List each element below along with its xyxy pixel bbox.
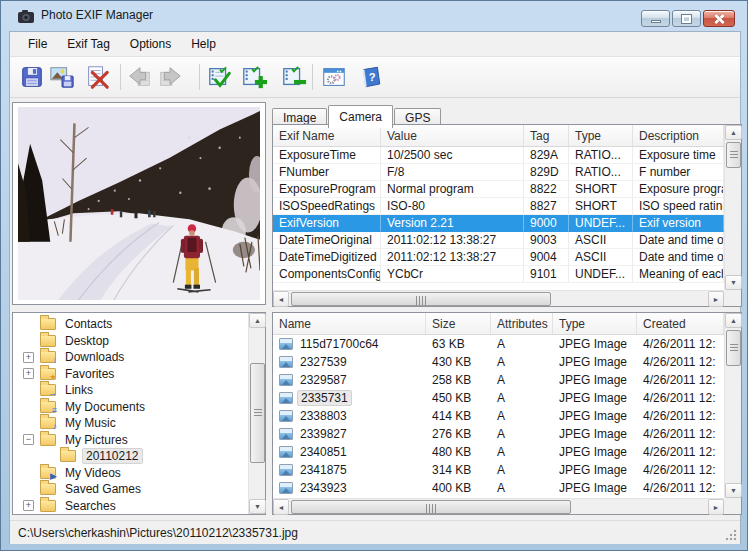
file-row-2343923[interactable]: 2343923 400 KB A JPEG Image 4/26/2011 12… (273, 479, 724, 497)
tree-item-my-documents[interactable]: ≡ My Documents (13, 399, 248, 416)
title-bar[interactable]: Photo EXIF Manager (1, 1, 748, 31)
file-column-size[interactable]: Size (426, 313, 491, 334)
file-vscroll-thumb[interactable] (726, 330, 741, 366)
tree-vertical-scrollbar[interactable]: ▲ ▼ (248, 313, 265, 514)
scroll-down-arrow[interactable]: ▼ (249, 499, 266, 514)
close-button[interactable] (703, 10, 735, 27)
file-row-2338803[interactable]: 2338803 414 KB A JPEG Image 4/26/2011 12… (273, 407, 724, 425)
exif-column-description[interactable]: Description (633, 125, 724, 146)
scroll-right-arrow[interactable]: ► (708, 291, 724, 307)
next-file-button[interactable] (155, 62, 185, 92)
file-column-type[interactable]: Type (553, 313, 637, 334)
tree-item-links[interactable]: → Links (13, 382, 248, 399)
check-tags-button[interactable] (205, 62, 235, 92)
expand-plus-icon[interactable]: + (23, 352, 34, 363)
file-row-2329587[interactable]: 2329587 258 KB A JPEG Image 4/26/2011 12… (273, 371, 724, 389)
tree-item-contacts[interactable]: Contacts (13, 316, 248, 333)
scroll-right-arrow[interactable]: ► (708, 499, 724, 515)
exif-row-datetimeoriginal[interactable]: DateTimeOriginal 2011:02:12 13:38:27 900… (273, 232, 724, 249)
tree-item-my-pictures[interactable]: − My Pictures (13, 432, 248, 449)
exif-row-exposuretime[interactable]: ExposureTime 10/2500 sec 829A RATIO... E… (273, 147, 724, 164)
exif-column-type[interactable]: Type (569, 125, 633, 146)
exif-row-exposureprogram[interactable]: ExposureProgram Normal program 8822 SHOR… (273, 181, 724, 198)
scroll-down-arrow[interactable]: ▼ (725, 483, 742, 498)
winter-ski-photo (18, 107, 260, 300)
file-horizontal-scrollbar[interactable]: ◄ ► (273, 498, 724, 514)
exif-row-componentsconfig[interactable]: ComponentsConfig... YCbCr 9101 UNDEF... … (273, 266, 724, 283)
photo-preview[interactable] (18, 107, 260, 300)
help-button[interactable]: ? (355, 62, 385, 92)
tree-item-my-music[interactable]: ♪ My Music (13, 415, 248, 432)
exif-row-exifversion[interactable]: ExifVersion Version 2.21 9000 UNDEF... E… (273, 215, 724, 232)
exif-horizontal-scrollbar[interactable]: ◄ ► (273, 290, 724, 306)
save-image-button[interactable] (47, 62, 77, 92)
file-vertical-scrollbar[interactable]: ▲ ▼ (724, 313, 741, 498)
music-folder-icon: ♪ (40, 417, 56, 429)
scroll-down-arrow[interactable]: ▼ (725, 275, 742, 290)
expand-spacer (23, 319, 34, 330)
menu-item-options[interactable]: Options (120, 33, 181, 55)
delete-exif-button[interactable] (82, 62, 112, 92)
scroll-up-arrow[interactable]: ▲ (725, 125, 742, 140)
exif-column-tag[interactable]: Tag (524, 125, 569, 146)
tree-item-searches[interactable]: + Searches (13, 498, 248, 515)
exif-row-datetimedigitized[interactable]: DateTimeDigitized 2011:02:12 13:38:27 90… (273, 249, 724, 266)
tree-item-20110212[interactable]: 20110212 (13, 448, 248, 465)
maximize-button[interactable] (672, 10, 701, 27)
menu-item-file[interactable]: File (18, 33, 57, 55)
tree-item-downloads[interactable]: + ↓ Downloads (13, 349, 248, 366)
add-tag-button[interactable] (239, 62, 269, 92)
scrollbar-corner (724, 290, 741, 306)
file-column-created[interactable]: Created (637, 313, 724, 334)
scroll-up-arrow[interactable]: ▲ (249, 313, 266, 328)
exif-name-cell: ExposureProgram (273, 181, 381, 198)
file-name-cell: 2338803 (273, 409, 426, 423)
file-row-115d71700c64[interactable]: 115d71700c64 63 KB A JPEG Image 4/26/201… (273, 335, 724, 353)
file-name-label: 2327539 (297, 355, 350, 369)
exif-vscroll-thumb[interactable] (726, 142, 741, 168)
exif-column-exif-name[interactable]: Exif Name (273, 125, 381, 146)
tree-item-my-videos[interactable]: ▶ My Videos (13, 465, 248, 482)
expand-plus-icon[interactable]: + (23, 368, 34, 379)
file-row-2340851[interactable]: 2340851 480 KB A JPEG Image 4/26/2011 12… (273, 443, 724, 461)
file-column-name[interactable]: Name (273, 313, 426, 334)
minimize-icon (651, 20, 661, 23)
options-button[interactable] (319, 62, 349, 92)
expand-plus-icon[interactable]: + (23, 500, 34, 511)
exif-hscroll-thumb[interactable] (291, 292, 551, 306)
file-attributes-cell: A (491, 355, 553, 369)
tree-item-saved-games[interactable]: Saved Games (13, 481, 248, 498)
exif-tag-cell: 8822 (524, 181, 569, 198)
scroll-up-arrow[interactable]: ▲ (725, 313, 742, 328)
menu-item-exif-tag[interactable]: Exif Tag (57, 33, 119, 55)
tree-item-desktop[interactable]: Desktop (13, 333, 248, 350)
file-row-2335731[interactable]: 2335731 450 KB A JPEG Image 4/26/2011 12… (273, 389, 724, 407)
previous-file-button[interactable] (125, 62, 155, 92)
tree-item-favorites[interactable]: + ★ Favorites (13, 366, 248, 383)
remove-tag-button[interactable] (279, 62, 309, 92)
exif-column-value[interactable]: Value (381, 125, 524, 146)
file-attributes-cell: A (491, 409, 553, 423)
scroll-left-arrow[interactable]: ◄ (273, 499, 289, 515)
save-exif-button[interactable] (17, 62, 47, 92)
exif-row-fnumber[interactable]: FNumber F/8 829D RATIO... F number (273, 164, 724, 181)
tab-camera[interactable]: Camera (328, 105, 393, 128)
file-row-2341875[interactable]: 2341875 314 KB A JPEG Image 4/26/2011 12… (273, 461, 724, 479)
file-row-2327539[interactable]: 2327539 430 KB A JPEG Image 4/26/2011 12… (273, 353, 724, 371)
picture-floppy-icon (49, 64, 75, 90)
resize-grip-icon[interactable] (725, 529, 737, 541)
file-hscroll-thumb[interactable] (291, 500, 571, 514)
menu-item-help[interactable]: Help (181, 33, 226, 55)
file-row-2339827[interactable]: 2339827 276 KB A JPEG Image 4/26/2011 12… (273, 425, 724, 443)
collapse-minus-icon[interactable]: − (23, 434, 34, 445)
tree-vscroll-thumb[interactable] (250, 363, 265, 463)
file-created-cell: 4/26/2011 12: (637, 463, 724, 477)
scroll-left-arrow[interactable]: ◄ (273, 291, 289, 307)
minimize-button[interactable] (641, 10, 670, 27)
exif-vertical-scrollbar[interactable]: ▲ ▼ (724, 125, 741, 290)
file-name-cell: 2340851 (273, 445, 426, 459)
file-type-cell: JPEG Image (553, 445, 637, 459)
exif-row-isospeedratings[interactable]: ISOSpeedRatings ISO-80 8827 SHORT ISO sp… (273, 198, 724, 215)
file-size-cell: 400 KB (426, 481, 491, 495)
file-column-attributes[interactable]: Attributes (491, 313, 553, 334)
